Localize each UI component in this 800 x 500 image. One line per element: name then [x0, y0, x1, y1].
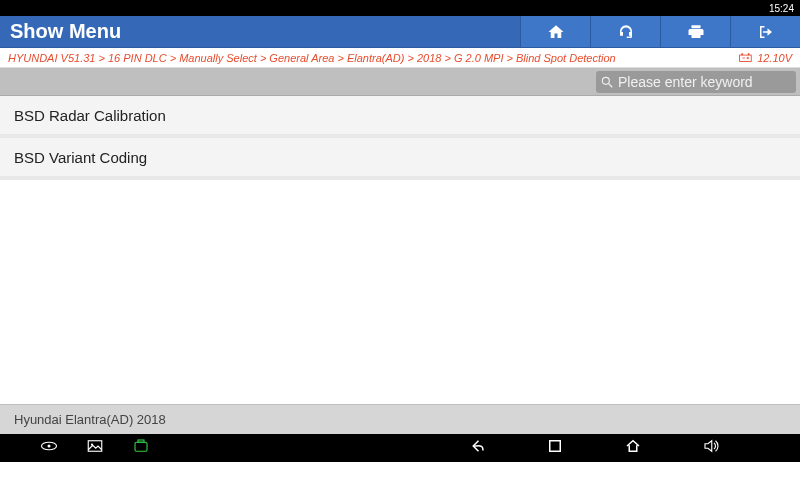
android-nav-bar [0, 434, 800, 462]
svg-rect-6 [740, 55, 752, 61]
svg-rect-16 [88, 441, 102, 452]
search-input[interactable]: Please enter keyword [596, 71, 796, 93]
diag-app-icon[interactable] [132, 437, 150, 459]
menu-list: BSD Radar Calibration BSD Variant Coding [0, 96, 800, 180]
svg-point-12 [602, 77, 609, 84]
menu-item-label: BSD Radar Calibration [14, 107, 166, 124]
home-icon [547, 23, 565, 41]
status-time: 15:24 [769, 3, 794, 14]
exit-icon [757, 23, 775, 41]
svg-rect-8 [748, 53, 750, 55]
vehicle-label: Hyundai Elantra(AD) 2018 [14, 412, 166, 427]
nav-volume-button[interactable] [702, 437, 720, 459]
nav-back-button[interactable] [468, 437, 486, 459]
app-titlebar: Show Menu [0, 16, 800, 48]
android-status-bar: 15:24 [0, 0, 800, 16]
breadcrumb: HYUNDAI V51.31 > 16 PIN DLC > Manually S… [8, 52, 616, 64]
gallery-app-icon[interactable] [86, 437, 104, 459]
svg-rect-20 [550, 441, 561, 452]
home-button[interactable] [520, 16, 590, 47]
search-row: Please enter keyword [0, 68, 800, 96]
menu-item-bsd-variant-coding[interactable]: BSD Variant Coding [0, 138, 800, 180]
voltage-value: 12.10V [757, 52, 792, 64]
nav-recent-button[interactable] [546, 437, 564, 459]
footer-vehicle-info: Hyundai Elantra(AD) 2018 [0, 404, 800, 434]
support-button[interactable] [590, 16, 660, 47]
page-title: Show Menu [0, 20, 121, 43]
menu-item-bsd-radar-calibration[interactable]: BSD Radar Calibration [0, 96, 800, 138]
svg-point-15 [48, 445, 51, 448]
print-button[interactable] [660, 16, 730, 47]
title-actions [520, 16, 800, 47]
breadcrumb-row: HYUNDAI V51.31 > 16 PIN DLC > Manually S… [0, 48, 800, 68]
nav-home-button[interactable] [624, 437, 642, 459]
svg-rect-19 [138, 440, 144, 442]
svg-rect-7 [741, 53, 743, 55]
svg-rect-18 [135, 442, 147, 451]
headset-icon [617, 23, 635, 41]
printer-icon [687, 23, 705, 41]
battery-voltage: 12.10V [731, 52, 792, 64]
menu-item-label: BSD Variant Coding [14, 149, 147, 166]
exit-button[interactable] [730, 16, 800, 47]
battery-voltage-icon [739, 53, 753, 63]
search-icon [600, 75, 614, 89]
browser-app-icon[interactable] [40, 437, 58, 459]
svg-line-13 [609, 83, 613, 87]
content-spacer [0, 180, 800, 404]
search-placeholder: Please enter keyword [618, 74, 753, 90]
